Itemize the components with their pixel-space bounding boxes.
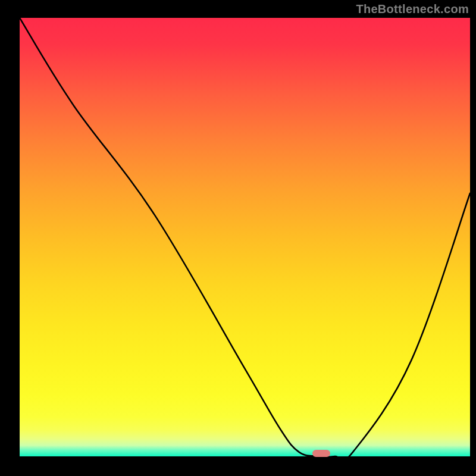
chart-frame: TheBottleneck.com <box>0 0 476 476</box>
watermark-text: TheBottleneck.com <box>356 2 469 16</box>
bottleneck-curve <box>20 18 470 456</box>
plot-area <box>20 18 470 456</box>
optimal-point-marker <box>312 450 330 457</box>
